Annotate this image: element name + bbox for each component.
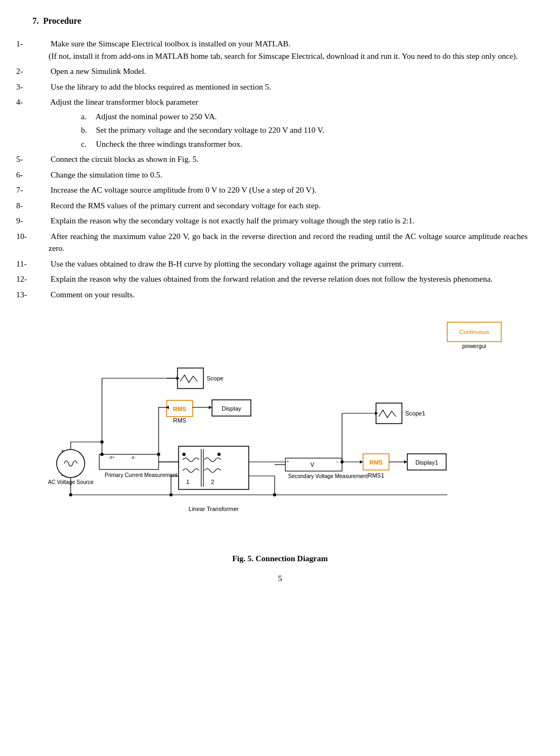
step-text: Change the simulation time to 0.5. bbox=[51, 171, 162, 179]
rms-bottom-label: RMS bbox=[173, 417, 186, 424]
step-num: 2- bbox=[32, 65, 49, 78]
step-num: 4- bbox=[32, 96, 49, 108]
list-item: 12- Explain the reason why the values ob… bbox=[32, 273, 528, 285]
svg-point-28 bbox=[157, 453, 160, 456]
list-item: 2- Open a new Simulink Model. bbox=[32, 65, 528, 78]
svg-marker-48 bbox=[360, 460, 363, 464]
svg-text:+: + bbox=[286, 459, 289, 464]
step-num: 3- bbox=[32, 81, 49, 93]
step-num: 5- bbox=[32, 153, 49, 166]
step-num: 1- bbox=[32, 38, 49, 50]
step-text: After reaching the maximum value 220 V, … bbox=[49, 232, 528, 253]
list-item: 11- Use the values obtained to draw the … bbox=[32, 258, 528, 270]
svg-text:–: – bbox=[336, 459, 339, 464]
step-num: 7- bbox=[32, 184, 49, 196]
svg-point-24 bbox=[100, 453, 104, 456]
figure-caption-text: Fig. 5. Connection Diagram bbox=[232, 554, 327, 563]
powergui-label: Continuous bbox=[459, 329, 489, 335]
svg-point-37 bbox=[169, 493, 173, 496]
list-item: 6- Change the simulation time to 0.5. bbox=[32, 169, 528, 181]
step-text: Use the values obtained to draw the B-H … bbox=[51, 260, 404, 268]
list-item: 9- Explain the reason why the secondary … bbox=[32, 215, 528, 227]
svg-text:+: + bbox=[61, 448, 64, 454]
step-num: 11- bbox=[32, 258, 49, 270]
section-title: Procedure bbox=[43, 16, 81, 26]
svg-point-32 bbox=[182, 453, 186, 456]
sec-voltage-label: Secondary Voltage Measurement bbox=[288, 473, 368, 479]
transformer-winding1: 1 bbox=[186, 479, 189, 485]
svg-text:d+: d+ bbox=[110, 455, 114, 460]
svg-text:d-: d- bbox=[132, 455, 135, 460]
scope-label: Scope bbox=[207, 375, 223, 382]
svg-rect-53 bbox=[376, 403, 402, 424]
list-item: 8- Record the RMS values of the primary … bbox=[32, 200, 528, 212]
step-text: Open a new Simulink Model. bbox=[51, 67, 146, 76]
connection-diagram-svg: Continuous powergui Scope RMS RMS Displa… bbox=[37, 317, 523, 533]
svg-marker-51 bbox=[404, 460, 407, 464]
svg-text:–: – bbox=[61, 472, 64, 478]
display1-label: Display1 bbox=[415, 459, 438, 466]
step-text: Connect the circuit blocks as shown in F… bbox=[51, 155, 199, 164]
sub-list-item: c. Uncheck the three windings transforme… bbox=[81, 138, 528, 151]
step-text: Increase the AC voltage source amplitude… bbox=[51, 186, 317, 194]
list-item: 10- After reaching the maximum value 220… bbox=[32, 230, 528, 255]
step-num: 13- bbox=[32, 289, 49, 301]
step-text: Adjust the linear transformer block para… bbox=[50, 98, 198, 106]
svg-marker-8 bbox=[209, 406, 212, 409]
step-text: Explain the reason why the values obtain… bbox=[51, 275, 493, 283]
step-text: Use the library to add the blocks requir… bbox=[51, 83, 271, 91]
list-item: 13- Comment on your results. bbox=[32, 289, 528, 301]
section-number: 7. bbox=[32, 16, 39, 26]
sub-list-item: b. Set the primary voltage and the secon… bbox=[81, 124, 528, 137]
transformer-winding2: 2 bbox=[211, 479, 214, 485]
rms1-bottom-label: RMS1 bbox=[368, 472, 385, 479]
list-item: 5- Connect the circuit blocks as shown i… bbox=[32, 153, 528, 166]
step-num: 8- bbox=[32, 200, 49, 212]
list-item: 3- Use the library to add the blocks req… bbox=[32, 81, 528, 93]
list-item: 7- Increase the AC voltage source amplit… bbox=[32, 184, 528, 196]
scope1-label: Scope1 bbox=[405, 410, 425, 417]
figure-caption: Fig. 5. Connection Diagram bbox=[32, 554, 528, 563]
procedure-list: 1- Make sure the Simscape Electrical too… bbox=[32, 38, 528, 301]
list-item: 1- Make sure the Simscape Electrical too… bbox=[32, 38, 528, 62]
diagram-container: Continuous powergui Scope RMS RMS Displa… bbox=[32, 317, 528, 549]
svg-point-57 bbox=[340, 460, 344, 464]
primary-current-label: Primary Current Measurement bbox=[105, 472, 177, 478]
list-item: 4- Adjust the linear transformer block p… bbox=[32, 96, 528, 150]
sub-list-item: a. Adjust the nominal power to 250 VA. bbox=[81, 111, 528, 123]
step-num: 9- bbox=[32, 215, 49, 227]
rms-block-label: RMS bbox=[173, 406, 186, 412]
sub-list: a. Adjust the nominal power to 250 VA. b… bbox=[49, 111, 528, 151]
step-text: Comment on your results. bbox=[51, 290, 135, 299]
svg-text:V: V bbox=[310, 461, 315, 468]
svg-point-23 bbox=[69, 493, 72, 496]
step-num: 6- bbox=[32, 169, 49, 181]
svg-point-33 bbox=[217, 453, 221, 456]
step-num: 12- bbox=[32, 273, 49, 285]
step-text: Make sure the Simscape Electrical toolbo… bbox=[49, 39, 518, 60]
step-num: 10- bbox=[32, 230, 49, 243]
step-text: Explain the reason why the secondary vol… bbox=[51, 216, 415, 225]
powergui-sub: powergui bbox=[462, 343, 487, 349]
display-label: Display bbox=[222, 405, 242, 412]
svg-rect-13 bbox=[99, 454, 159, 469]
linear-transformer-label: Linear Transformer bbox=[189, 506, 239, 512]
rms1-block-label: RMS bbox=[370, 459, 383, 466]
svg-rect-1 bbox=[177, 368, 203, 389]
step-text: Record the RMS values of the primary cur… bbox=[51, 201, 321, 210]
page-number: 5 bbox=[32, 574, 528, 583]
